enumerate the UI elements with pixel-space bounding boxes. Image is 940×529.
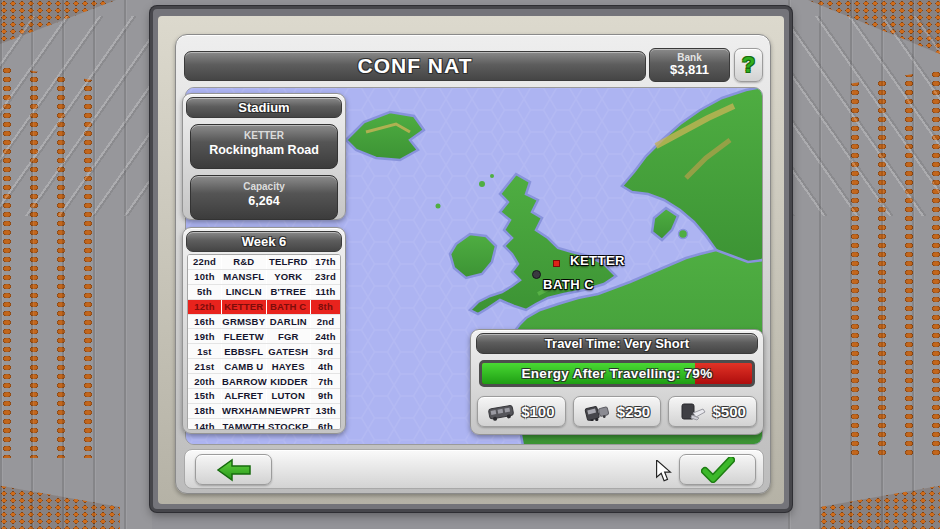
home-position: 18th xyxy=(188,404,221,418)
away-position: 7th xyxy=(311,374,340,388)
home-position: 10th xyxy=(188,270,221,284)
home-town-marker xyxy=(553,260,560,267)
travel-option-train[interactable]: $250 xyxy=(573,396,662,427)
fixture-row: 21st CAMB U HAYES 4th xyxy=(188,359,340,374)
home-position: 19th xyxy=(188,329,221,343)
home-team: TAMWTH xyxy=(222,419,266,430)
fixture-row: 14th TAMWTH STOCKP 6th xyxy=(188,419,340,430)
fixture-row: 18th WRXHAM NEWPRT 13th xyxy=(188,404,340,419)
fixture-row: 19th FLEETW FGR 24th xyxy=(188,329,340,344)
energy-bar: Energy After Travelling: 79% xyxy=(479,360,755,387)
home-position: 14th xyxy=(188,419,221,430)
back-button[interactable] xyxy=(195,454,272,485)
fixtures-panel-title: Week 6 xyxy=(186,231,342,252)
away-position: 11th xyxy=(311,285,340,299)
fixture-row: 16th GRMSBY DARLIN 2nd xyxy=(188,315,340,330)
capacity-card: Capacity 6,264 xyxy=(190,175,338,220)
fixture-row: 22nd R&D TELFRD 17th xyxy=(188,255,340,270)
main-panel: CONF NAT Bank $3,811 ? xyxy=(175,34,771,494)
plane-price: $500 xyxy=(712,403,745,420)
fixture-row: 1st EBBSFL GATESH 3rd xyxy=(188,344,340,359)
stadium-stand-right xyxy=(788,0,940,529)
home-position: 12th xyxy=(188,300,221,314)
home-town-label: KETTER xyxy=(570,253,625,268)
train-price: $250 xyxy=(617,403,650,420)
away-position: 24th xyxy=(311,329,340,343)
home-position: 22nd xyxy=(188,255,221,269)
ground-name: Rockingham Road xyxy=(191,143,337,157)
home-position: 16th xyxy=(188,315,221,329)
home-position: 20th xyxy=(188,374,221,388)
stadium-panel: Stadium KETTER Rockingham Road Capacity … xyxy=(182,93,346,220)
away-team: FGR xyxy=(267,329,311,343)
capacity-value: 6,264 xyxy=(191,194,337,208)
away-team: BATH C xyxy=(267,300,311,314)
home-position: 1st xyxy=(188,344,221,358)
away-team: HAYES xyxy=(267,359,311,373)
fixture-row-current: 12th KETTER BATH C 8th xyxy=(188,300,340,315)
away-team: STOCKP xyxy=(267,419,311,430)
page-title: CONF NAT xyxy=(184,51,646,81)
ground-card: KETTER Rockingham Road xyxy=(190,124,338,169)
bottom-action-bar xyxy=(184,449,764,489)
home-team: ALFRET xyxy=(222,389,266,403)
away-position: 17th xyxy=(311,255,340,269)
away-position: 6th xyxy=(311,419,340,430)
home-team: BARROW xyxy=(222,374,267,388)
home-team: KETTER xyxy=(222,300,266,314)
away-position: 2nd xyxy=(311,315,340,329)
help-button[interactable]: ? xyxy=(734,48,763,82)
confirm-button[interactable] xyxy=(679,454,756,485)
help-icon: ? xyxy=(742,52,755,78)
fixture-row: 15th ALFRET LUTON 9th xyxy=(188,389,340,404)
fixtures-table: 22nd R&D TELFRD 17th 10th MANSFL YORK 23… xyxy=(187,254,341,430)
home-team: GRMSBY xyxy=(222,315,266,329)
energy-label: Energy After Travelling: 79% xyxy=(482,363,752,384)
away-team: YORK xyxy=(267,270,311,284)
team-name: KETTER xyxy=(191,130,337,141)
check-icon xyxy=(701,457,735,483)
away-team: DARLIN xyxy=(267,315,311,329)
travel-option-plane[interactable]: $500 xyxy=(668,396,757,427)
away-position: 9th xyxy=(311,389,340,403)
away-team: KIDDER xyxy=(268,374,310,388)
home-team: FLEETW xyxy=(222,329,266,343)
away-position: 3rd xyxy=(311,344,340,358)
away-team: NEWPRT xyxy=(268,404,310,418)
travel-option-bus[interactable]: $100 xyxy=(477,396,566,427)
away-town-label: BATH C xyxy=(543,277,594,292)
away-team: B'TREE xyxy=(267,285,311,299)
home-team: CAMB U xyxy=(222,359,266,373)
fixtures-panel: Week 6 22nd R&D TELFRD 17th 10th MANSFL … xyxy=(182,227,346,434)
fixture-row: 5th LINCLN B'TREE 11th xyxy=(188,285,340,300)
home-team: R&D xyxy=(222,255,266,269)
away-position: 8th xyxy=(311,300,340,314)
home-team: WRXHAM xyxy=(222,404,267,418)
home-team: MANSFL xyxy=(222,270,266,284)
away-town-marker xyxy=(532,270,541,279)
away-position: 4th xyxy=(311,359,340,373)
away-position: 23rd xyxy=(311,270,340,284)
away-position: 13th xyxy=(311,404,340,418)
home-position: 21st xyxy=(188,359,221,373)
stand-wall-right xyxy=(788,0,940,529)
home-team: LINCLN xyxy=(222,285,266,299)
home-team: EBBSFL xyxy=(222,344,266,358)
home-position: 5th xyxy=(188,285,221,299)
home-position: 15th xyxy=(188,389,221,403)
away-team: GATESH xyxy=(267,344,311,358)
bank-value: $3,811 xyxy=(670,63,709,77)
bank-display: Bank $3,811 xyxy=(649,48,730,82)
stadium-panel-title: Stadium xyxy=(186,97,342,118)
fixture-row: 10th MANSFL YORK 23rd xyxy=(188,270,340,285)
bus-icon xyxy=(488,403,516,421)
stand-wall-left xyxy=(0,0,152,529)
plane-icon xyxy=(679,403,707,421)
away-team: LUTON xyxy=(267,389,311,403)
train-icon xyxy=(584,403,612,421)
fixture-row: 20th BARROW KIDDER 7th xyxy=(188,374,340,389)
capacity-label: Capacity xyxy=(191,181,337,192)
bus-price: $100 xyxy=(521,403,554,420)
left-arrow-icon xyxy=(216,458,252,482)
travel-options: $100 $250 $50 xyxy=(477,396,757,427)
